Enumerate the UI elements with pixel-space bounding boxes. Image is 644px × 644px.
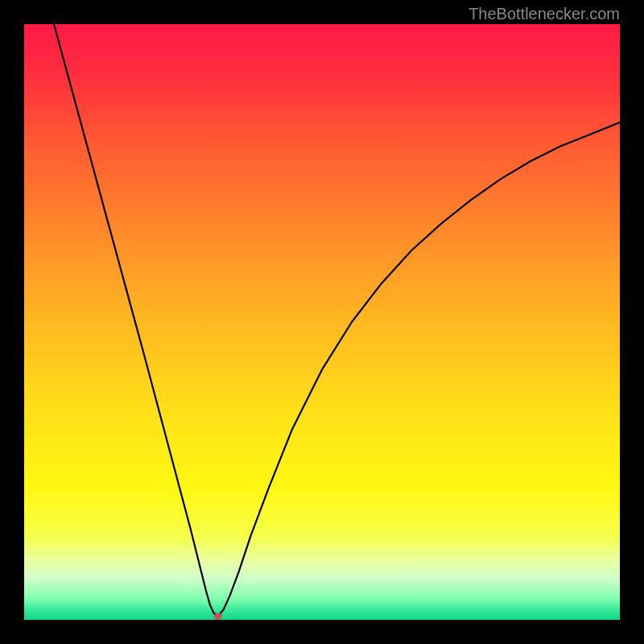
chart-svg — [24, 24, 620, 620]
chart-container: TheBottlenecker.com — [0, 0, 644, 644]
watermark-text: TheBottlenecker.com — [469, 5, 620, 23]
gradient-background — [24, 24, 620, 620]
plot-area — [24, 24, 620, 620]
minimum-marker — [214, 613, 222, 620]
